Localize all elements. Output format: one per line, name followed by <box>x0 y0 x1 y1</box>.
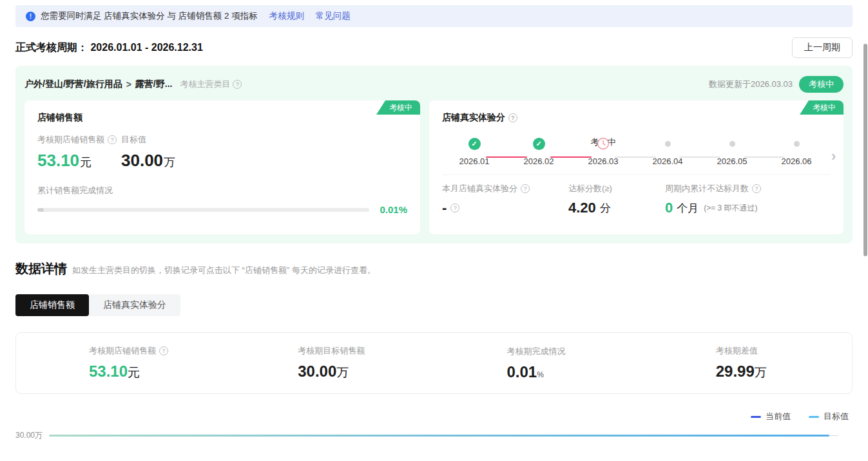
metric-target-sales: 考核期目标销售额 30.00万 <box>225 345 434 381</box>
timeline-step-pending: 2026.04 <box>635 136 700 166</box>
period-label: 正式考核周期： <box>15 42 88 53</box>
overview-panel: 户外/登山/野营/旅行用品 > 露营/野... 考核主营类目 ? 数据更新于20… <box>15 66 853 243</box>
sales-card-title: 店铺销售额 <box>37 112 407 124</box>
pending-dot-icon <box>794 141 800 147</box>
timeline-step-done: ✓ 2026.02 <box>506 136 571 166</box>
details-section-header: 数据详情 如发生主营类目的切换，切换记录可点击以下 “店铺销售额” 每天的记录进… <box>15 260 853 278</box>
chevron-right-icon[interactable]: › <box>831 149 836 164</box>
stat-fail-value: 0个月 (>= 3 即不通过) <box>665 200 831 216</box>
legend-label: 当前值 <box>766 411 791 422</box>
metric-number: 29.99 <box>716 362 755 380</box>
metric-number: 53.10 <box>89 362 128 380</box>
metric-period-sales: 考核期店铺销售额 ? 53.10元 <box>16 345 225 381</box>
breadcrumb-sub: 露营/野... <box>135 79 173 90</box>
sales-current-value: 53.10元 <box>37 151 121 171</box>
stat-threshold-number: 4.20 <box>568 200 596 216</box>
progress-track <box>37 208 369 212</box>
metric-label: 考核期目标销售额 <box>298 345 434 357</box>
sales-target-label: 目标值 <box>121 134 175 146</box>
sales-current-col: 考核期店铺销售额 ? 53.10元 <box>37 134 121 171</box>
stat-threshold: 达标分数(≥) 4.20分 <box>568 183 665 216</box>
month-label: 2026.02 <box>524 156 554 166</box>
clock-icon <box>597 137 610 150</box>
breadcrumb-hint: 考核主营类目 ? <box>180 79 242 90</box>
help-icon[interactable]: ? <box>233 80 242 89</box>
panel-header: 户外/登山/野营/旅行用品 > 露营/野... 考核主营类目 ? 数据更新于20… <box>24 76 844 93</box>
experience-card-title: 店铺真实体验分 ? <box>442 112 831 124</box>
metric-value: 53.10元 <box>89 362 225 381</box>
sales-target-unit: 万 <box>164 156 175 169</box>
stat-current-score: 本月店铺真实体验分 ? - ? <box>442 183 568 216</box>
legend-swatch-current <box>751 416 761 418</box>
timeline-connector <box>615 156 656 158</box>
metric-label: 考核期差值 <box>716 345 852 357</box>
prev-period-button[interactable]: 上一周期 <box>792 37 853 58</box>
sales-target-col: 目标值 30.00万 <box>121 134 175 171</box>
help-icon[interactable]: ? <box>159 346 168 355</box>
help-icon[interactable]: ? <box>450 203 459 212</box>
details-tabs: 店铺销售额 店铺真实体验分 <box>15 294 180 316</box>
progress-value: 0.01% <box>380 204 407 215</box>
metric-value: 29.99万 <box>716 362 852 381</box>
metric-value: 30.00万 <box>298 362 434 381</box>
metric-label: 考核期完成情况 <box>507 346 643 357</box>
breadcrumb-hint-text: 考核主营类目 <box>180 79 230 90</box>
stat-threshold-value: 4.20分 <box>568 200 665 216</box>
scrollbar-thumb[interactable] <box>863 44 867 256</box>
experience-card: 考核中 店铺真实体验分 ? 考核中 ✓ 2026 <box>429 100 844 234</box>
stat-fail-label-text: 周期内累计不达标月数 <box>665 183 749 194</box>
period-header: 正式考核周期： 2026.01.01 - 2026.12.31 上一周期 <box>15 37 853 58</box>
assessment-rules-link[interactable]: 考核规则 <box>269 10 304 22</box>
month-label: 2026.01 <box>459 156 490 166</box>
timeline-connector <box>679 156 720 158</box>
timeline-connector <box>550 156 592 158</box>
assessment-timeline: 考核中 ✓ 2026.01 ✓ 2026.02 <box>442 136 840 166</box>
metric-gap: 考核期差值 29.99万 <box>643 345 852 381</box>
stat-fail-number: 0 <box>665 200 673 216</box>
notice-text: 您需要同时满足 店铺真实体验分 与 店铺销售额 2 项指标 <box>41 10 258 22</box>
tab-sales[interactable]: 店铺销售额 <box>15 294 89 316</box>
period-value: 2026.01.01 - 2026.12.31 <box>90 42 202 53</box>
legend-swatch-target <box>809 416 819 418</box>
sales-current-label: 考核期店铺销售额 ? <box>37 134 121 146</box>
timeline-connector <box>486 156 527 158</box>
check-icon: ✓ <box>468 138 481 150</box>
stat-fail-note: (>= 3 即不通过) <box>704 203 757 214</box>
breadcrumb: 户外/登山/野营/旅行用品 > 露营/野... 考核主营类目 ? <box>24 79 242 90</box>
section-subtitle: 如发生主营类目的切换，切换记录可点击以下 “店铺销售额” 每天的记录进行查看。 <box>72 265 376 276</box>
sales-current-unit: 元 <box>80 156 92 169</box>
stat-fail-months: 周期内累计不达标月数 ? 0个月 (>= 3 即不通过) <box>665 183 831 216</box>
help-icon[interactable]: ? <box>508 113 517 122</box>
month-label: 2026.04 <box>653 156 683 166</box>
metric-unit: 元 <box>128 366 140 379</box>
legend-item-target[interactable]: 目标值 <box>809 411 849 422</box>
stat-threshold-label: 达标分数(≥) <box>568 183 665 194</box>
month-label: 2026.03 <box>588 156 619 166</box>
metric-label: 考核期店铺销售额 ? <box>89 345 225 357</box>
metric-label-text: 考核期店铺销售额 <box>89 345 156 357</box>
data-updated-text: 数据更新于2026.03.03 <box>709 79 793 90</box>
timeline-step-pending: 2026.06 <box>764 136 829 166</box>
legend-item-current[interactable]: 当前值 <box>751 411 791 422</box>
timeline-step-done: ✓ 2026.01 <box>442 136 506 166</box>
help-icon[interactable]: ? <box>752 184 761 193</box>
breadcrumb-main: 户外/登山/野营/旅行用品 <box>24 79 122 90</box>
sales-values-row: 考核期店铺销售额 ? 53.10元 目标值 30.00万 <box>37 134 407 171</box>
section-title: 数据详情 <box>15 260 67 278</box>
help-icon[interactable]: ? <box>108 135 117 144</box>
timeline-step-pending: 2026.05 <box>700 136 764 166</box>
overview-cards: 考核中 店铺销售额 考核期店铺销售额 ? 53.10元 目标值 <box>24 100 844 234</box>
experience-card-title-text: 店铺真实体验分 <box>442 112 505 124</box>
sales-ribbon-badge: 考核中 <box>376 100 420 115</box>
faq-link[interactable]: 常见问题 <box>316 10 351 22</box>
timeline-steps: ✓ 2026.01 ✓ 2026.02 <box>442 136 829 166</box>
stat-threshold-unit: 分 <box>600 201 611 216</box>
help-icon[interactable]: ? <box>521 184 530 193</box>
metric-completion: 考核期完成情况 0.01% <box>434 346 643 381</box>
panel-header-right: 数据更新于2026.03.03 考核中 <box>709 76 844 93</box>
period-title: 正式考核周期： 2026.01.01 - 2026.12.31 <box>15 41 203 55</box>
pending-dot-icon <box>729 141 735 147</box>
progress-fill <box>37 208 44 212</box>
tab-experience[interactable]: 店铺真实体验分 <box>89 294 180 316</box>
pending-dot-icon <box>665 141 671 147</box>
